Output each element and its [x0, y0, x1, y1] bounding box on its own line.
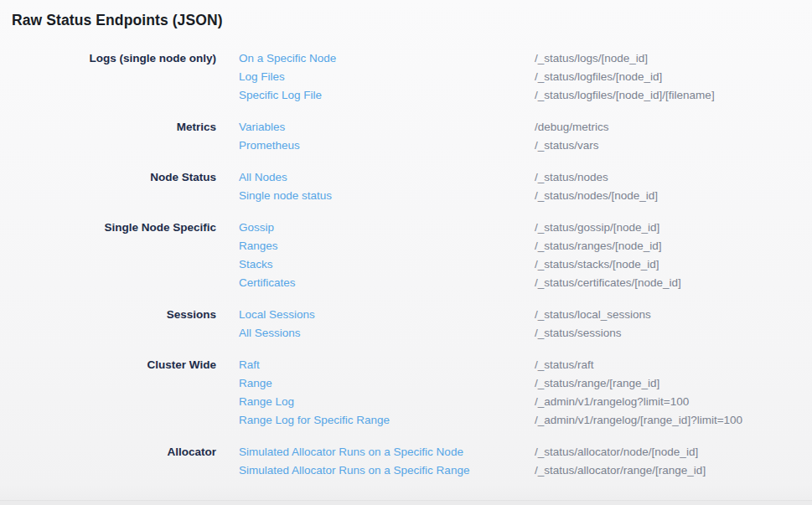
group-label: Logs (single node only) [12, 49, 216, 68]
endpoint-link[interactable]: Local Sessions [239, 306, 535, 324]
endpoint-path: /_status/logfiles/[node_id]/[filename] [535, 86, 715, 105]
endpoint-path: /_status/logfiles/[node_id] [535, 68, 662, 86]
endpoint-link[interactable]: Specific Log File [239, 86, 535, 105]
endpoint-link[interactable]: Raft [239, 356, 535, 374]
group-label: Node Status [12, 168, 216, 187]
endpoint-path: /_status/allocator/node/[node_id] [535, 443, 698, 461]
endpoint-group: Logs (single node only) On a Specific No… [0, 49, 812, 105]
group-items: Local Sessions /_status/local_sessions A… [239, 306, 812, 343]
endpoint-path: /_admin/v1/rangelog/[range_id]?limit=100 [535, 411, 742, 430]
endpoint-link[interactable]: Prometheus [239, 137, 535, 155]
group-label: Single Node Specific [12, 219, 216, 237]
endpoint-path: /_status/ranges/[node_id] [535, 237, 662, 255]
group-label: Sessions [12, 306, 216, 324]
endpoint-row: Stacks /_status/stacks/[node_id] [239, 255, 812, 274]
endpoint-path: /_status/range/[range_id] [535, 374, 659, 393]
endpoint-group: Allocator Simulated Allocator Runs on a … [0, 443, 812, 480]
endpoint-link[interactable]: Ranges [239, 237, 535, 255]
group-items: Raft /_status/raft Range /_status/range/… [239, 356, 812, 430]
endpoint-link[interactable]: Stacks [239, 255, 535, 274]
endpoint-link[interactable]: Range [239, 374, 535, 393]
endpoint-path: /_status/nodes [535, 168, 608, 187]
endpoint-path: /_status/allocator/range/[range_id] [535, 461, 706, 480]
endpoint-link[interactable]: On a Specific Node [239, 49, 535, 68]
endpoint-row: Prometheus /_status/vars [239, 137, 812, 155]
endpoint-path: /debug/metrics [535, 118, 609, 137]
endpoint-path: /_status/sessions [535, 324, 622, 343]
group-items: Variables /debug/metrics Prometheus /_st… [239, 118, 812, 155]
endpoint-row: Simulated Allocator Runs on a Specific N… [239, 443, 812, 461]
endpoint-row: Range Log /_admin/v1/rangelog?limit=100 [239, 393, 812, 411]
endpoint-path: /_status/vars [535, 137, 599, 155]
group-label: Cluster Wide [12, 356, 216, 374]
group-label: Metrics [12, 118, 216, 137]
endpoint-row: Local Sessions /_status/local_sessions [239, 306, 812, 324]
endpoint-link[interactable]: Range Log [239, 393, 535, 411]
endpoint-row: Single node status /_status/nodes/[node_… [239, 187, 812, 205]
endpoint-link[interactable]: Log Files [239, 68, 535, 86]
endpoint-link[interactable]: Variables [239, 118, 535, 137]
endpoint-path: /_status/certificates/[node_id] [535, 274, 681, 292]
endpoint-group: Sessions Local Sessions /_status/local_s… [0, 306, 812, 343]
endpoint-groups: Logs (single node only) On a Specific No… [0, 49, 812, 480]
endpoint-link[interactable]: Certificates [239, 274, 535, 292]
group-items: On a Specific Node /_status/logs/[node_i… [239, 49, 812, 105]
endpoint-link[interactable]: Range Log for Specific Range [239, 411, 535, 430]
endpoint-group: Metrics Variables /debug/metrics Prometh… [0, 118, 812, 155]
endpoint-path: /_admin/v1/rangelog?limit=100 [535, 393, 689, 411]
group-items: All Nodes /_status/nodes Single node sta… [239, 168, 812, 205]
endpoint-row: Gossip /_status/gossip/[node_id] [239, 219, 812, 237]
endpoint-group: Single Node Specific Gossip /_status/gos… [0, 219, 812, 292]
endpoint-path: /_status/stacks/[node_id] [535, 255, 659, 274]
group-items: Simulated Allocator Runs on a Specific N… [239, 443, 812, 480]
endpoint-row: Range Log for Specific Range /_admin/v1/… [239, 411, 812, 430]
endpoint-link[interactable]: All Sessions [239, 324, 535, 343]
endpoint-row: Range /_status/range/[range_id] [239, 374, 812, 393]
endpoint-row: Variables /debug/metrics [239, 118, 812, 137]
endpoint-path: /_status/nodes/[node_id] [535, 187, 658, 205]
group-items: Gossip /_status/gossip/[node_id] Ranges … [239, 219, 812, 292]
endpoint-path: /_status/logs/[node_id] [535, 49, 648, 68]
endpoint-link[interactable]: Gossip [239, 219, 535, 237]
footer-strip [0, 500, 812, 505]
endpoint-row: Log Files /_status/logfiles/[node_id] [239, 68, 812, 86]
group-label: Allocator [12, 443, 216, 461]
endpoint-path: /_status/raft [535, 356, 594, 374]
endpoint-link[interactable]: Single node status [239, 187, 535, 205]
endpoint-row: On a Specific Node /_status/logs/[node_i… [239, 49, 812, 68]
endpoint-row: All Nodes /_status/nodes [239, 168, 812, 187]
endpoint-row: All Sessions /_status/sessions [239, 324, 812, 343]
endpoint-row: Raft /_status/raft [239, 356, 812, 374]
endpoint-path: /_status/gossip/[node_id] [535, 219, 659, 237]
endpoint-link[interactable]: Simulated Allocator Runs on a Specific N… [239, 443, 535, 461]
endpoint-group: Node Status All Nodes /_status/nodes Sin… [0, 168, 812, 205]
page-title: Raw Status Endpoints (JSON) [0, 0, 812, 30]
endpoint-row: Specific Log File /_status/logfiles/[nod… [239, 86, 812, 105]
endpoint-link[interactable]: Simulated Allocator Runs on a Specific R… [239, 461, 535, 480]
endpoint-link[interactable]: All Nodes [239, 168, 535, 187]
endpoint-path: /_status/local_sessions [535, 306, 651, 324]
endpoint-row: Ranges /_status/ranges/[node_id] [239, 237, 812, 255]
endpoint-row: Certificates /_status/certificates/[node… [239, 274, 812, 292]
endpoint-row: Simulated Allocator Runs on a Specific R… [239, 461, 812, 480]
endpoint-group: Cluster Wide Raft /_status/raft Range /_… [0, 356, 812, 430]
